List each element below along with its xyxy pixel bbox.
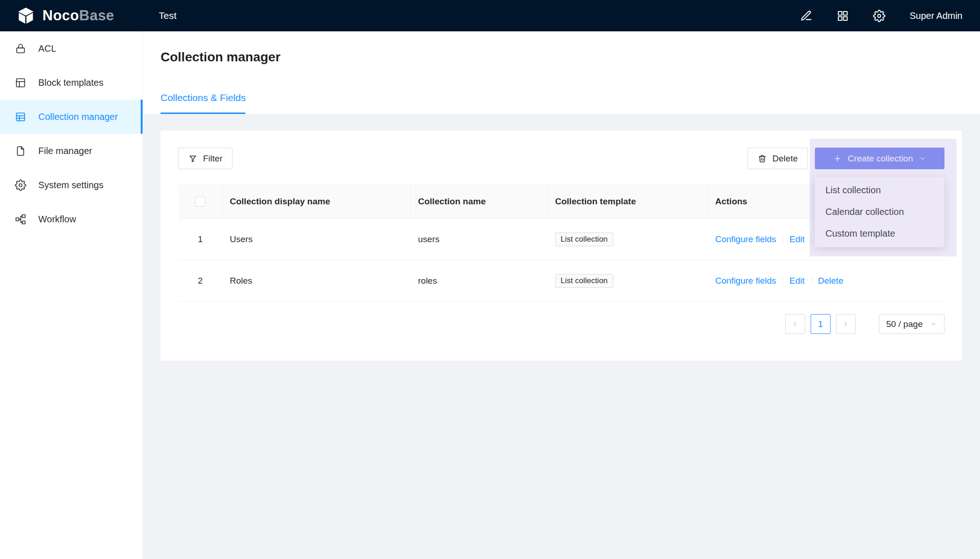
configure-fields-link[interactable]: Configure fields: [715, 234, 776, 244]
action-divider: [811, 276, 812, 285]
cell-display-name: Users: [222, 219, 411, 260]
action-divider: [783, 276, 783, 285]
filter-button[interactable]: Filter: [178, 148, 233, 169]
sidebar-item-label: Collection manager: [38, 112, 118, 122]
filter-icon: [188, 154, 197, 163]
create-collection-wrapper: Create collection List collection Calend…: [815, 148, 944, 169]
cell-name: users: [411, 219, 548, 260]
next-page-button[interactable]: [836, 314, 856, 334]
configure-fields-link[interactable]: Configure fields: [715, 276, 776, 286]
menu-item-list-collection[interactable]: List collection: [815, 179, 944, 201]
sidebar-item-system-settings[interactable]: System settings: [0, 168, 143, 202]
logo-text: NocoBase: [42, 7, 114, 24]
collections-card: Filter Delete Create collection List col…: [161, 131, 962, 361]
row-index[interactable]: 2: [178, 260, 222, 301]
gear-icon: [15, 179, 26, 191]
table-toolbar: Filter Delete Create collection List col…: [178, 148, 944, 169]
table-icon: [15, 111, 26, 123]
column-header-name: Collection name: [411, 184, 548, 218]
settings-sidebar: ACL Block templates Collection manager F…: [0, 31, 143, 559]
gear-icon[interactable]: [873, 10, 885, 22]
trash-icon: [758, 154, 767, 163]
file-icon: [15, 145, 26, 157]
header-menu-item-test[interactable]: Test: [143, 0, 192, 31]
highlighter-icon[interactable]: [800, 10, 813, 22]
sidebar-item-workflow[interactable]: Workflow: [0, 202, 143, 236]
header-right-cluster: Super Admin: [800, 10, 980, 22]
template-tag: List collection: [555, 232, 613, 246]
row-index[interactable]: 1: [178, 219, 222, 260]
chevron-down-icon: [930, 321, 937, 327]
page-number-1[interactable]: 1: [811, 314, 831, 334]
template-tag: List collection: [555, 274, 613, 288]
chevron-left-icon: [791, 321, 799, 328]
top-header: NocoBase Test Super Admin: [0, 0, 980, 31]
edit-link[interactable]: Edit: [789, 276, 805, 286]
tabs-bar: Collections & Fields: [161, 92, 245, 114]
cell-actions: Configure fieldsEditDelete: [708, 260, 944, 301]
sidebar-item-file-manager[interactable]: File manager: [0, 134, 143, 168]
logo-text-bold: Noco: [42, 7, 79, 24]
sidebar-item-label: System settings: [38, 180, 103, 190]
column-header-display-name: Collection display name: [222, 184, 411, 218]
cell-display-name: Roles: [222, 260, 411, 301]
delete-link[interactable]: Delete: [818, 276, 843, 286]
page-size-value: 50 / page: [886, 319, 923, 329]
nocobase-cube-icon: [17, 6, 35, 25]
sidebar-item-label: Block templates: [38, 77, 103, 88]
select-all-cell: [178, 184, 222, 218]
sidebar-item-label: ACL: [38, 43, 56, 54]
page-title: Collection manager: [161, 48, 962, 66]
page-size-select[interactable]: 50 / page: [879, 314, 944, 334]
nocobase-logo[interactable]: NocoBase: [0, 6, 143, 25]
user-menu[interactable]: Super Admin: [909, 11, 962, 21]
cell-name: roles: [411, 260, 548, 301]
cell-template: List collection: [548, 219, 708, 260]
create-collection-dropdown: List collection Calendar collection Cust…: [815, 177, 944, 247]
sidebar-item-acl[interactable]: ACL: [0, 31, 143, 65]
tab-collections-and-fields[interactable]: Collections & Fields: [161, 92, 245, 114]
main-area: Collection manager Collections & Fields …: [143, 31, 980, 559]
create-collection-label: Create collection: [848, 154, 913, 164]
table-row: 2 Roles roles List collection Configure …: [178, 260, 944, 302]
sidebar-item-collection-manager[interactable]: Collection manager: [0, 100, 143, 134]
workflow-icon: [15, 214, 26, 225]
previous-page-button[interactable]: [785, 314, 805, 334]
logo-text-light: Base: [79, 7, 114, 24]
column-header-template: Collection template: [548, 184, 708, 218]
action-divider: [783, 235, 783, 244]
page-header: Collection manager Collections & Fields: [143, 31, 980, 114]
delete-button-label: Delete: [772, 154, 798, 164]
cell-template: List collection: [548, 260, 708, 301]
create-collection-button[interactable]: Create collection: [815, 148, 944, 169]
lock-icon: [15, 43, 26, 54]
chevron-down-icon: [919, 155, 926, 162]
menu-item-custom-template[interactable]: Custom template: [815, 223, 944, 244]
delete-button[interactable]: Delete: [747, 148, 808, 169]
chevron-right-icon: [842, 321, 849, 328]
plus-icon: [833, 154, 842, 163]
filter-button-label: Filter: [203, 154, 222, 164]
pagination: 1 50 / page: [178, 314, 944, 334]
layout-icon: [15, 77, 26, 89]
content-area: Filter Delete Create collection List col…: [143, 114, 980, 559]
apps-icon[interactable]: [837, 10, 849, 22]
sidebar-item-label: Workflow: [38, 214, 76, 225]
select-all-checkbox[interactable]: [195, 196, 205, 207]
action-divider: [811, 235, 812, 244]
sidebar-item-block-templates[interactable]: Block templates: [0, 65, 143, 100]
edit-link[interactable]: Edit: [789, 234, 805, 244]
menu-item-calendar-collection[interactable]: Calendar collection: [815, 201, 944, 223]
sidebar-item-label: File manager: [38, 146, 92, 156]
